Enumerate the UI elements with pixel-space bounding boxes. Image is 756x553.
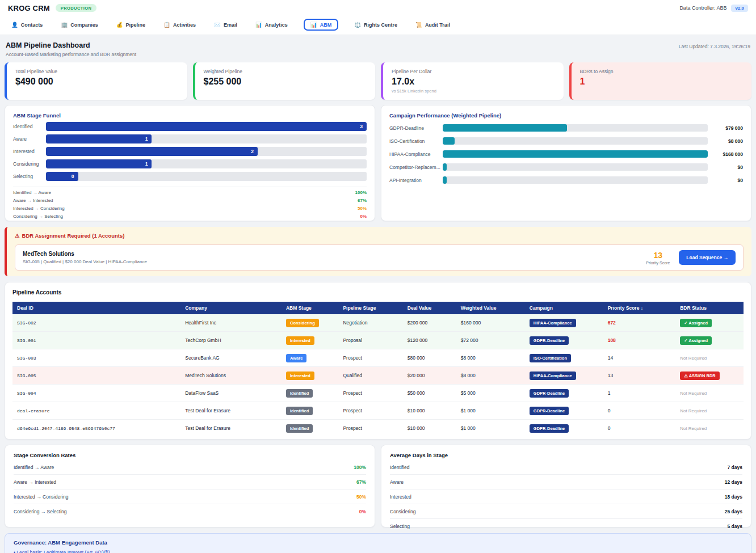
last-updated: Last Updated: 7.3.2026, 19:26:19 <box>679 44 750 49</box>
pipeline-stage: Negotiation <box>338 314 402 332</box>
stat-label: Total Pipeline Value <box>15 69 179 74</box>
abm-stage-badge: Identified <box>286 424 313 433</box>
governance-panel: Governance: ABM Engagement Data Legal ba… <box>5 533 751 553</box>
stat-cards: Total Pipeline Value $490 000 Weighted P… <box>0 62 756 100</box>
col-abm-stage[interactable]: ABM Stage <box>282 302 338 314</box>
abm-stage-badge: Considering <box>286 319 319 327</box>
table-row: SIG-005 MedTech Solutions Interested Qua… <box>12 367 744 385</box>
production-badge: PRODUCTION <box>56 4 96 12</box>
conversion-row: Aware → Interested67% <box>14 475 366 489</box>
weighted-value: $5 000 <box>456 385 525 402</box>
col-pipeline-stage[interactable]: Pipeline Stage <box>338 302 402 314</box>
page-title: ABM Pipeline Dashboard <box>6 41 136 49</box>
scroll-icon: 📜 <box>415 22 422 28</box>
tab-activities[interactable]: 📋Activities <box>161 19 198 30</box>
col-company[interactable]: Company <box>180 302 282 314</box>
bar-chart-icon: 📊 <box>255 22 262 28</box>
deal-value: $10 000 <box>403 420 456 437</box>
priority-score: 0 <box>603 420 676 437</box>
campaign-bar-hipaa-compliance: HIPAA-Compliance $168 000 <box>389 150 743 158</box>
stat-value: $255 000 <box>204 77 367 87</box>
campaign-badge: GDPR-Deadline <box>530 336 569 345</box>
bottom-panels: Stage Conversion Rates Identified → Awar… <box>0 440 756 533</box>
load-sequence-button[interactable]: Load Sequence → <box>679 250 736 265</box>
campaign-badge: GDPR-Deadline <box>530 424 569 433</box>
bdr-account-card: MedTech Solutions SIG-005 | Qualified | … <box>15 244 744 271</box>
deal-id: SIG-003 <box>12 349 180 367</box>
table-row: d64e6cd1-2047-4186-9548-e566476b0c77 Tes… <box>12 420 744 437</box>
top-bar: KROG CRM PRODUCTION Data Controller: ABB… <box>0 0 756 16</box>
divider <box>13 187 367 187</box>
deal-value: $20 000 <box>403 367 456 385</box>
col-weighted-value[interactable]: Weighted Value <box>456 302 525 314</box>
conversion-row: Interested → Considering50% <box>13 206 367 211</box>
tab-contacts[interactable]: 👤Contacts <box>9 19 45 30</box>
campaign-badge: HIPAA-Compliance <box>530 372 576 380</box>
deal-id: SIG-002 <box>12 314 180 332</box>
app-title: KROG CRM <box>8 4 50 12</box>
days-row: Considering25 days <box>390 504 742 519</box>
conversion-row: Considering → Selecting0% <box>14 504 366 518</box>
conversion-row: Considering → Selecting0% <box>13 214 367 219</box>
funnel-title: ABM Stage Funnel <box>13 112 367 119</box>
table-row: SIG-004 DataFlow SaaS Identified Prospec… <box>12 385 744 402</box>
assigned-badge: ✓ Assigned <box>680 319 712 327</box>
version-badge: v2.0 <box>731 5 748 12</box>
priority-score-value: 13 <box>646 251 670 260</box>
stat-value: $490 000 <box>15 77 179 87</box>
governance-bullet: Legal basis: Legitimate Interest (Art. 6… <box>14 550 742 553</box>
funnel-bar-selecting: Selecting 0 <box>13 172 367 181</box>
tab-abm-active[interactable]: 📊ABM <box>304 19 338 31</box>
stat-label: BDRs to Assign <box>580 69 744 74</box>
conversion-row: Identified → Aware100% <box>14 460 366 475</box>
days-row: Identified7 days <box>390 460 742 475</box>
tab-label: Activities <box>173 22 196 28</box>
col-priority-score-sorted[interactable]: Priority Score ↓ <box>603 302 676 314</box>
pipeline-stage: Proposal <box>338 332 402 349</box>
priority-score: 13 <box>603 367 676 385</box>
assigned-badge: ✓ Assigned <box>680 336 712 345</box>
stat-value: 1 <box>580 77 744 87</box>
conversion-row: Aware → Interested67% <box>13 198 367 203</box>
stat-bdrs-to-assign: BDRs to Assign 1 <box>569 62 752 100</box>
tab-pipeline[interactable]: 💰Pipeline <box>114 19 148 30</box>
stat-label: Weighted Pipeline <box>204 69 367 74</box>
assign-bdr-button[interactable]: ⚠ ASSIGN BDR <box>680 372 720 380</box>
company: DataFlow SaaS <box>180 385 282 402</box>
priority-score: 108 <box>603 332 676 349</box>
funnel-bar-considering: Considering 1 <box>13 159 367 168</box>
stat-pipeline-per-dollar: Pipeline Per Dollar 17.0x vs $15k Linked… <box>381 62 564 100</box>
abm-stage-badge: Interested <box>286 372 314 380</box>
campaign-bar-api-integration: API-Integration $0 <box>389 176 743 184</box>
weighted-value: $8 000 <box>456 349 525 367</box>
priority-score: 672 <box>603 314 676 332</box>
col-bdr-status[interactable]: BDR Status <box>675 302 744 314</box>
funnel-bar-interested: Interested 2 <box>13 147 367 156</box>
conversion-row: Identified → Aware100% <box>13 190 367 195</box>
deal-id: d64e6cd1-2047-4186-9548-e566476b0c77 <box>12 420 180 437</box>
abm-stage-badge: Identified <box>286 407 313 415</box>
pipeline-stage: Prospect <box>338 385 402 402</box>
tab-companies[interactable]: 🏢Companies <box>58 19 100 30</box>
pipeline-accounts-table: Deal ID Company ABM Stage Pipeline Stage… <box>12 302 744 437</box>
deal-id: deal-erasure <box>12 402 180 420</box>
company: TechCorp GmbH <box>180 332 282 349</box>
table-title: Pipeline Accounts <box>12 289 744 296</box>
tab-rights-centre[interactable]: ⚖️Rights Centre <box>352 19 400 30</box>
stat-note: vs $15k LinkedIn spend <box>392 88 555 94</box>
tab-analytics[interactable]: 📊Analytics <box>253 19 290 30</box>
col-deal-value[interactable]: Deal Value <box>403 302 456 314</box>
abm-stage-badge: Aware <box>286 354 306 362</box>
tab-email[interactable]: ✉️Email <box>212 19 240 30</box>
col-deal-id[interactable]: Deal ID <box>12 302 180 314</box>
deal-id: SIG-004 <box>12 385 180 402</box>
bdr-status-text: Not Required <box>680 391 707 396</box>
main-nav: 👤Contacts 🏢Companies 💰Pipeline 📋Activiti… <box>0 16 756 35</box>
building-icon: 🏢 <box>61 22 68 28</box>
col-campaign[interactable]: Campaign <box>525 302 603 314</box>
priority-score-label: Priority Score <box>646 261 670 265</box>
stat-value: 17.0x <box>392 77 555 87</box>
deal-id: SIG-005 <box>12 367 180 385</box>
tab-audit-trail[interactable]: 📜Audit Trail <box>413 19 452 30</box>
weighted-value: $1 000 <box>456 402 525 420</box>
